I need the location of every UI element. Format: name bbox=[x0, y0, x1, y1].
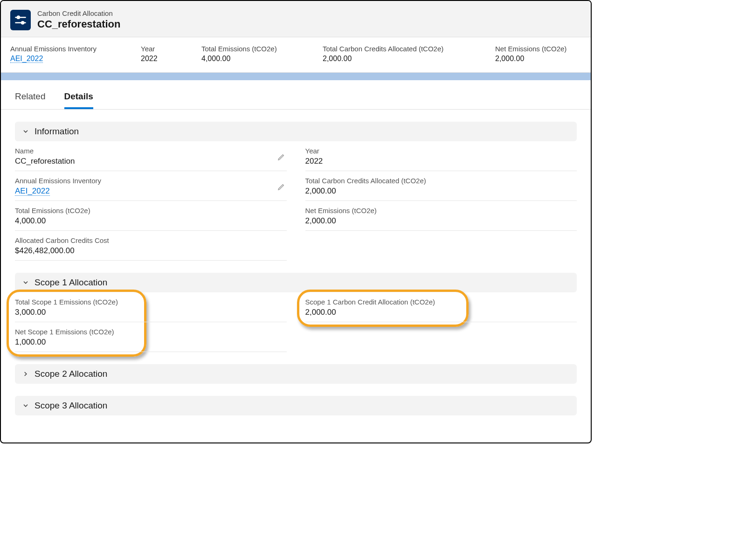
field-scope1-total-label: Total Scope 1 Emissions (tCO2e) bbox=[15, 298, 287, 306]
field-scope1-net: Net Scope 1 Emissions (tCO2e) 1,000.00 bbox=[15, 322, 287, 352]
field-scope1-total-value: 3,000.00 bbox=[15, 308, 287, 317]
section-scope3-title: Scope 3 Allocation bbox=[35, 401, 107, 411]
summary-total-cc-label: Total Carbon Credits Allocated (tCO2e) bbox=[323, 45, 472, 53]
flow-icon bbox=[14, 14, 27, 27]
field-scope1-net-label: Net Scope 1 Emissions (tCO2e) bbox=[15, 328, 287, 336]
field-year-label: Year bbox=[305, 147, 577, 155]
field-aei-label: Annual Emissions Inventory bbox=[15, 177, 287, 185]
summary-total-em-value: 4,000.00 bbox=[201, 55, 299, 63]
separator-bar bbox=[1, 73, 591, 80]
summary-aei-label: Annual Emissions Inventory bbox=[10, 45, 117, 53]
pencil-icon[interactable] bbox=[277, 153, 285, 163]
field-total-cc-label: Total Carbon Credits Allocated (tCO2e) bbox=[305, 177, 577, 185]
summary-aei-link[interactable]: AEI_2022 bbox=[10, 55, 43, 63]
field-scope1-total: Total Scope 1 Emissions (tCO2e) 3,000.00 bbox=[15, 292, 287, 322]
field-net-emissions: Net Emissions (tCO2e) 2,000.00 bbox=[305, 201, 577, 231]
section-information-title: Information bbox=[35, 126, 79, 137]
field-aei: Annual Emissions Inventory AEI_2022 bbox=[15, 171, 287, 201]
entity-icon bbox=[10, 10, 31, 30]
entity-type-label: Carbon Credit Allocation bbox=[37, 9, 120, 17]
field-aei-link[interactable]: AEI_2022 bbox=[15, 187, 50, 196]
information-fields: Name CC_reforestation Annual Emissions I… bbox=[15, 141, 577, 261]
summary-net-em-label: Net Emissions (tCO2e) bbox=[495, 45, 566, 53]
field-scope1-net-value: 1,000.00 bbox=[15, 338, 287, 347]
summary-net-emissions: Net Emissions (tCO2e) 2,000.00 bbox=[495, 45, 590, 63]
field-net-em-value: 2,000.00 bbox=[305, 216, 577, 226]
field-name: Name CC_reforestation bbox=[15, 141, 287, 171]
field-cost-value: $426,482,000.00 bbox=[15, 246, 287, 256]
summary-aei: Annual Emissions Inventory AEI_2022 bbox=[10, 45, 141, 63]
field-cost-label: Allocated Carbon Credits Cost bbox=[15, 236, 287, 244]
section-scope1-title: Scope 1 Allocation bbox=[35, 277, 107, 288]
summary-total-em-label: Total Emissions (tCO2e) bbox=[201, 45, 299, 53]
field-total-em-label: Total Emissions (tCO2e) bbox=[15, 207, 287, 214]
field-total-emissions: Total Emissions (tCO2e) 4,000.00 bbox=[15, 201, 287, 231]
summary-year: Year 2022 bbox=[141, 45, 201, 63]
tab-related[interactable]: Related bbox=[15, 91, 46, 109]
tab-details[interactable]: Details bbox=[64, 91, 93, 109]
pencil-icon[interactable] bbox=[277, 183, 285, 193]
chevron-down-icon bbox=[21, 127, 30, 136]
field-total-credits: Total Carbon Credits Allocated (tCO2e) 2… bbox=[305, 171, 577, 201]
field-total-em-value: 4,000.00 bbox=[15, 216, 287, 226]
page-title: CC_reforestation bbox=[37, 18, 120, 30]
field-year: Year 2022 bbox=[305, 141, 577, 171]
field-allocated-cost: Allocated Carbon Credits Cost $426,482,0… bbox=[15, 231, 287, 261]
field-scope1-alloc-label: Scope 1 Carbon Credit Allocation (tCO2e) bbox=[305, 298, 577, 306]
summary-total-cc-value: 2,000.00 bbox=[323, 55, 472, 63]
field-scope1-allocation: Scope 1 Carbon Credit Allocation (tCO2e)… bbox=[305, 292, 577, 322]
field-name-label: Name bbox=[15, 147, 287, 155]
svg-point-3 bbox=[21, 21, 24, 24]
section-scope3-header[interactable]: Scope 3 Allocation bbox=[15, 396, 577, 415]
summary-net-em-value: 2,000.00 bbox=[495, 55, 566, 63]
section-information-header[interactable]: Information bbox=[15, 122, 577, 141]
field-name-value: CC_reforestation bbox=[15, 157, 287, 166]
summary-year-value: 2022 bbox=[141, 55, 178, 63]
section-scope2-header[interactable]: Scope 2 Allocation bbox=[15, 364, 577, 384]
summary-year-label: Year bbox=[141, 45, 178, 53]
field-total-cc-value: 2,000.00 bbox=[305, 187, 577, 196]
field-year-value: 2022 bbox=[305, 157, 577, 166]
chevron-down-icon bbox=[21, 278, 30, 287]
summary-panel: Annual Emissions Inventory AEI_2022 Year… bbox=[1, 37, 591, 73]
field-net-em-label: Net Emissions (tCO2e) bbox=[305, 207, 577, 214]
record-header: Carbon Credit Allocation CC_reforestatio… bbox=[1, 1, 591, 37]
summary-total-credits: Total Carbon Credits Allocated (tCO2e) 2… bbox=[323, 45, 495, 63]
section-scope1-header[interactable]: Scope 1 Allocation bbox=[15, 273, 577, 292]
svg-point-1 bbox=[17, 16, 20, 18]
scope1-fields: Total Scope 1 Emissions (tCO2e) 3,000.00… bbox=[15, 292, 577, 352]
summary-total-emissions: Total Emissions (tCO2e) 4,000.00 bbox=[201, 45, 323, 63]
chevron-down-icon bbox=[21, 401, 30, 410]
section-scope2-title: Scope 2 Allocation bbox=[35, 369, 107, 379]
field-scope1-alloc-value: 2,000.00 bbox=[305, 308, 577, 317]
chevron-right-icon bbox=[21, 370, 30, 378]
tabs: Related Details bbox=[1, 80, 591, 110]
